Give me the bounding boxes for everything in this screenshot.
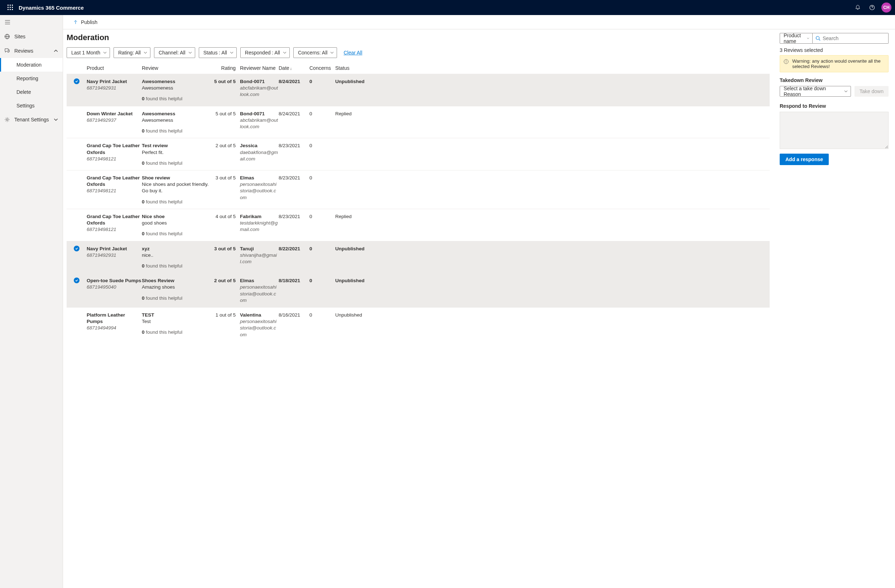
table-row[interactable]: Down Winter Jacket68719492937Awesomeness… — [67, 106, 770, 138]
search-box[interactable] — [813, 33, 889, 44]
hamburger-icon[interactable] — [0, 15, 63, 29]
help-icon[interactable] — [865, 0, 879, 15]
filter-pill[interactable]: Status : All — [199, 47, 237, 58]
nav-tenant-settings[interactable]: Tenant Settings — [0, 112, 63, 127]
checkmark-icon[interactable] — [74, 246, 79, 252]
review-date: 8/18/2021 — [279, 277, 309, 304]
svg-point-17 — [816, 36, 819, 40]
respond-textarea[interactable] — [780, 112, 889, 149]
nav-sub-moderation[interactable]: Moderation — [0, 58, 63, 71]
nav-sub-settings[interactable]: Settings — [0, 99, 63, 112]
review-body: Awesomeness — [142, 117, 214, 124]
review-body: Perfect fit. — [142, 149, 214, 156]
reviewer-email: shivanijha@gmail.com — [240, 252, 279, 265]
nav-label: Reviews — [14, 48, 53, 54]
concerns-count: 0 — [309, 142, 335, 167]
reviewer-name: Fabrikam — [240, 214, 279, 220]
product-name: Grand Cap Toe Leather Oxfords — [86, 142, 142, 155]
filter-pill[interactable]: Rating: All — [114, 47, 150, 58]
reviewer-email: daebakfiona@gmail.com — [240, 149, 279, 162]
nav-label: Sites — [14, 34, 58, 39]
review-date: 8/22/2021 — [279, 246, 309, 270]
takedown-reason-select[interactable]: Select a take down Reason — [780, 86, 851, 97]
rating-value: 4 out of 5 — [214, 214, 240, 238]
table-row[interactable]: Navy Print Jacket68719492931xyznice..0 f… — [67, 241, 770, 273]
product-sku: 68719494994 — [86, 325, 142, 331]
review-body: good shoes — [142, 220, 214, 226]
review-title: Awesomeness — [142, 79, 214, 85]
add-response-button[interactable]: Add a response — [780, 154, 829, 165]
search-icon — [816, 36, 821, 41]
svg-point-16 — [6, 119, 8, 121]
user-avatar[interactable]: CH — [881, 3, 891, 12]
rating-value: 3 out of 5 — [214, 246, 240, 270]
checkmark-icon[interactable] — [74, 79, 79, 84]
svg-rect-7 — [10, 9, 11, 10]
review-status — [335, 175, 360, 205]
review-title: xyz — [142, 246, 214, 252]
review-status: Replied — [335, 111, 360, 135]
filter-pill[interactable]: Last 1 Month — [67, 47, 110, 58]
takedown-button[interactable]: Take down — [854, 86, 889, 97]
nav-reviews[interactable]: Reviews — [0, 44, 63, 58]
review-status — [335, 142, 360, 167]
helpful-count: 0 found this helpful — [142, 95, 214, 102]
table-row[interactable]: Navy Print Jacket68719492931AwesomenessA… — [67, 74, 770, 106]
checkmark-icon[interactable] — [74, 277, 79, 283]
respond-label: Respond to Review — [780, 103, 889, 109]
nav-sub-delete[interactable]: Delete — [0, 85, 63, 99]
col-concerns[interactable]: Concerns — [309, 65, 335, 71]
table-row[interactable]: Grand Cap Toe Leather Oxfords68719498121… — [67, 209, 770, 241]
notifications-icon[interactable] — [851, 0, 865, 15]
product-name: Navy Print Jacket — [86, 79, 142, 85]
rating-value: 5 out of 5 — [214, 79, 240, 102]
svg-point-21 — [786, 61, 786, 61]
review-title: Nice shoe — [142, 214, 214, 220]
table-row[interactable]: Platform Leather Pumps68719494994TESTTes… — [67, 307, 770, 342]
review-title: Shoes Review — [142, 277, 214, 284]
review-status: Replied — [335, 214, 360, 238]
product-sku: 68719492931 — [86, 85, 142, 91]
col-reviewer[interactable]: Reviewer Name — [240, 65, 279, 71]
selected-count: 3 Reviews selected — [780, 47, 889, 53]
reviewer-name: Jessica — [240, 142, 279, 149]
product-name: Open-toe Suede Pumps — [86, 277, 142, 284]
clear-all-link[interactable]: Clear All — [343, 50, 362, 56]
concerns-count: 0 — [309, 312, 335, 338]
search-type-dropdown[interactable]: Product name — [780, 33, 813, 44]
filter-pill[interactable]: Responded : All — [240, 47, 290, 58]
details-panel: Product name 3 Reviews selected Warning:… — [773, 29, 895, 588]
col-review[interactable]: Review — [142, 65, 214, 71]
chevron-down-icon — [230, 51, 234, 55]
nav-sites[interactable]: Sites — [0, 29, 63, 44]
review-title: Awesomeness — [142, 111, 214, 117]
review-status: Unpublished — [335, 312, 360, 338]
reviewer-name: Tanuji — [240, 246, 279, 252]
globe-icon — [4, 34, 14, 39]
col-date[interactable]: Date↓ — [279, 65, 309, 71]
filter-pill[interactable]: Channel: All — [154, 47, 195, 58]
rating-value: 5 out of 5 — [214, 111, 240, 135]
filter-pill[interactable]: Concerns: All — [293, 47, 337, 58]
publish-button[interactable]: Publish — [73, 19, 97, 25]
col-status[interactable]: Status — [335, 65, 360, 71]
reviews-table: Product Review Rating Reviewer Name Date… — [67, 63, 770, 342]
col-product[interactable]: Product — [86, 65, 142, 71]
waffle-icon[interactable] — [4, 5, 17, 11]
chevron-down-icon — [103, 51, 107, 55]
publish-label: Publish — [81, 19, 97, 25]
col-rating[interactable]: Rating — [214, 65, 240, 71]
search-input[interactable] — [823, 35, 885, 41]
product-sku: 68719495040 — [86, 284, 142, 290]
reviewer-email: abcfabrikam@outlook.com — [240, 117, 279, 130]
table-row[interactable]: Open-toe Suede Pumps68719495040Shoes Rev… — [67, 273, 770, 307]
table-row[interactable]: Grand Cap Toe Leather Oxfords68719498121… — [67, 138, 770, 170]
svg-rect-5 — [12, 7, 13, 8]
review-status: Unpublished — [335, 79, 360, 102]
helpful-count: 0 found this helpful — [142, 199, 214, 205]
reviewer-name: Bond-0071 — [240, 79, 279, 85]
nav-sub-reporting[interactable]: Reporting — [0, 71, 63, 85]
table-row[interactable]: Grand Cap Toe Leather Oxfords68719498121… — [67, 170, 770, 209]
concerns-count: 0 — [309, 79, 335, 102]
chevron-up-icon — [53, 48, 58, 53]
